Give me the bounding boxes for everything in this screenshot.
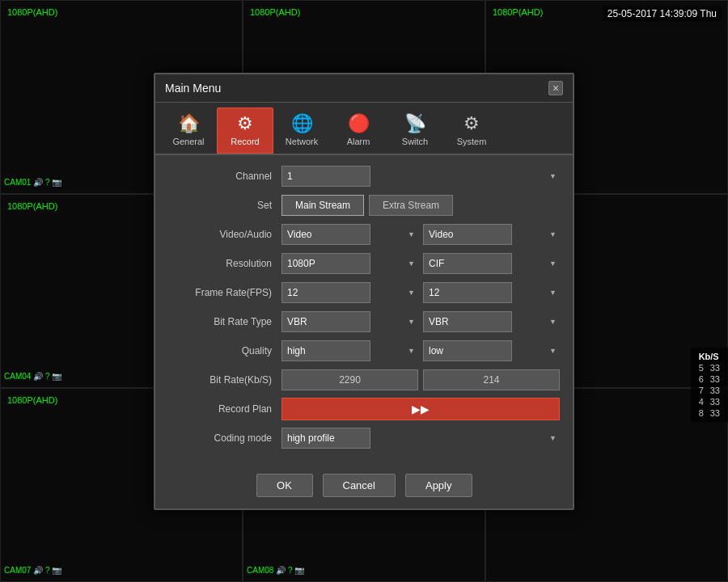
video-audio-fields: Video Audio A/V Video Audio A/V <box>281 224 560 245</box>
bit-rate-type-extra-select[interactable]: VBR CBR <box>423 311 512 332</box>
bit-rate-main-input[interactable] <box>281 369 418 390</box>
frame-rate-fields: 12 15 25 30 12 15 25 <box>281 282 560 303</box>
apply-button[interactable]: Apply <box>405 474 472 497</box>
quality-main-select[interactable]: high medium low <box>281 340 370 361</box>
channel-label: Channel <box>168 171 281 182</box>
modal-footer: OK Cancel Apply <box>155 466 573 508</box>
resolution-extra-select[interactable]: CIF D1 720P <box>423 253 512 274</box>
coding-mode-row: Coding mode high profile main profile ba… <box>168 427 560 449</box>
cancel-button[interactable]: Cancel <box>323 474 396 497</box>
tab-general-label: General <box>172 137 204 146</box>
tab-system-label: System <box>457 137 487 146</box>
frame-rate-main-select[interactable]: 12 15 25 30 <box>281 282 370 303</box>
quality-label: Quality <box>168 345 281 356</box>
tab-record[interactable]: ⚙ Record <box>217 108 273 154</box>
tab-switch-label: Switch <box>402 137 428 146</box>
coding-mode-select[interactable]: high profile main profile baseline <box>281 428 370 449</box>
record-plan-button[interactable]: ▶▶ <box>281 398 560 420</box>
resolution-fields: 1080P 720P D1 CIF CIF D1 720P <box>281 253 560 274</box>
channel-row: Channel 1 2 3 4 <box>168 165 560 188</box>
tab-system[interactable]: ⚙ System <box>443 108 500 154</box>
tab-network-label: Network <box>286 137 318 146</box>
channel-select-wrapper: 1 2 3 4 <box>281 166 560 187</box>
resolution-label: Resolution <box>168 258 281 269</box>
frame-rate-row: Frame Rate(FPS) 12 15 25 30 12 15 <box>168 281 560 304</box>
alarm-icon: 🔴 <box>348 113 370 134</box>
video-audio-main-wrapper: Video Audio A/V <box>281 224 418 245</box>
bit-rate-type-main-select[interactable]: VBR CBR <box>281 311 370 332</box>
video-audio-extra-select[interactable]: Video Audio A/V <box>423 224 512 245</box>
bit-rate-type-extra-wrapper: VBR CBR <box>423 311 560 332</box>
switch-icon: 📡 <box>404 113 426 134</box>
video-audio-row: Video/Audio Video Audio A/V Video Audio <box>168 223 560 246</box>
quality-extra-select[interactable]: low medium high <box>423 340 512 361</box>
resolution-main-select[interactable]: 1080P 720P D1 CIF <box>281 253 370 274</box>
resolution-row: Resolution 1080P 720P D1 CIF CIF D1 <box>168 252 560 275</box>
coding-mode-fields: high profile main profile baseline <box>281 428 560 449</box>
tab-general[interactable]: 🏠 General <box>160 108 217 154</box>
frame-rate-main-wrapper: 12 15 25 30 <box>281 282 418 303</box>
bit-rate-type-fields: VBR CBR VBR CBR <box>281 311 560 332</box>
stream-buttons: Main Stream Extra Stream <box>281 195 560 216</box>
modal-overlay: Main Menu × 🏠 General ⚙ Record 🌐 Network… <box>0 0 728 582</box>
quality-row: Quality high medium low low medium <box>168 340 560 362</box>
main-menu-modal: Main Menu × 🏠 General ⚙ Record 🌐 Network… <box>154 73 574 510</box>
quality-main-wrapper: high medium low <box>281 340 418 361</box>
record-plan-label: Record Plan <box>168 403 281 415</box>
tab-record-label: Record <box>231 137 259 146</box>
main-stream-button[interactable]: Main Stream <box>281 195 364 216</box>
record-icon: ⚙ <box>237 113 253 134</box>
modal-header: Main Menu × <box>155 74 573 103</box>
ok-button[interactable]: OK <box>256 474 313 497</box>
record-plan-fields: ▶▶ <box>281 398 560 420</box>
tab-network[interactable]: 🌐 Network <box>273 108 330 154</box>
frame-rate-extra-wrapper: 12 15 25 <box>423 282 560 303</box>
video-audio-label: Video/Audio <box>168 229 281 240</box>
bit-rate-row: Bit Rate(Kb/S) <box>168 369 560 391</box>
tab-bar: 🏠 General ⚙ Record 🌐 Network 🔴 Alarm 📡 S… <box>155 103 573 155</box>
tab-alarm[interactable]: 🔴 Alarm <box>330 108 387 154</box>
set-row: Set Main Stream Extra Stream <box>168 194 560 217</box>
record-plan-row: Record Plan ▶▶ <box>168 398 560 420</box>
quality-fields: high medium low low medium high <box>281 340 560 361</box>
record-plan-icon: ▶▶ <box>412 403 430 415</box>
video-audio-main-select[interactable]: Video Audio A/V <box>281 224 370 245</box>
general-icon: 🏠 <box>178 113 200 134</box>
modal-title: Main Menu <box>165 82 221 95</box>
system-icon: ⚙ <box>463 113 480 134</box>
channel-fields: 1 2 3 4 <box>281 166 560 187</box>
coding-mode-label: Coding mode <box>168 432 281 444</box>
frame-rate-extra-select[interactable]: 12 15 25 <box>423 282 512 303</box>
extra-stream-button[interactable]: Extra Stream <box>369 195 453 216</box>
set-label: Set <box>168 200 281 211</box>
tab-switch[interactable]: 📡 Switch <box>387 108 443 154</box>
tab-alarm-label: Alarm <box>347 137 370 146</box>
quality-extra-wrapper: low medium high <box>423 340 560 361</box>
frame-rate-label: Frame Rate(FPS) <box>168 287 281 298</box>
network-icon: 🌐 <box>291 113 313 134</box>
resolution-main-wrapper: 1080P 720P D1 CIF <box>281 253 418 274</box>
bit-rate-type-row: Bit Rate Type VBR CBR VBR CBR <box>168 310 560 333</box>
channel-select[interactable]: 1 2 3 4 <box>281 166 370 187</box>
bit-rate-label: Bit Rate(Kb/S) <box>168 374 281 386</box>
coding-mode-wrapper: high profile main profile baseline <box>281 428 560 449</box>
bit-rate-type-label: Bit Rate Type <box>168 316 281 327</box>
video-audio-extra-wrapper: Video Audio A/V <box>423 224 560 245</box>
bit-rate-fields <box>281 369 560 390</box>
bit-rate-type-main-wrapper: VBR CBR <box>281 311 418 332</box>
form-content: Channel 1 2 3 4 Set Main Stre <box>155 155 573 466</box>
close-button[interactable]: × <box>548 81 563 95</box>
bit-rate-extra-input[interactable] <box>423 369 560 390</box>
resolution-extra-wrapper: CIF D1 720P <box>423 253 560 274</box>
